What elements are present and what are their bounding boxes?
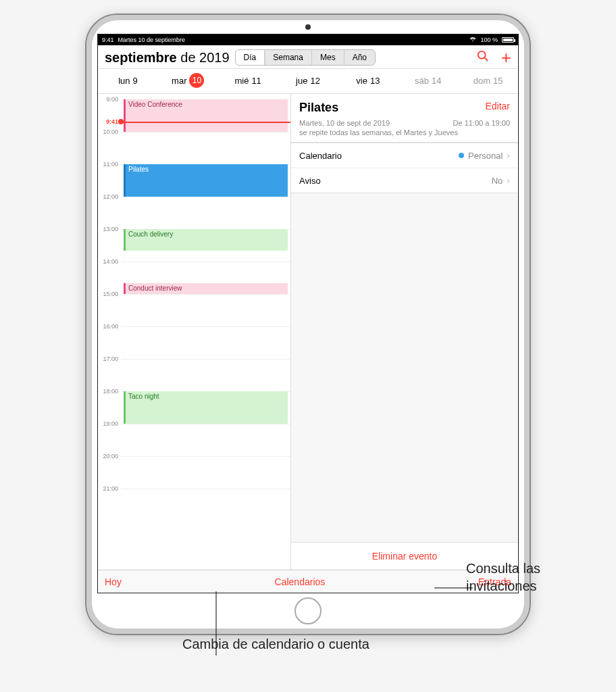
add-event-icon[interactable]: + xyxy=(501,51,511,64)
week-day-strip: lun9mar10mié11jue12vie13sáb14dom15 xyxy=(98,69,518,94)
ipad-device-frame: 9:41 Martes 10 de septiembre 100 % septi… xyxy=(85,14,531,635)
hour-line-12 xyxy=(121,197,290,197)
hour-label-10: 10:00 xyxy=(98,128,118,135)
hour-label-15: 15:00 xyxy=(98,291,118,297)
event-repeat: se repite todas las semanas, el Martes y… xyxy=(299,128,510,137)
day-dom-15[interactable]: dom15 xyxy=(458,73,518,88)
callout-inbox: Consulta las invitaciones xyxy=(466,560,608,595)
day-mié-11[interactable]: mié11 xyxy=(218,73,278,88)
hour-line-19 xyxy=(121,424,290,424)
hour-label-11: 11:00 xyxy=(98,161,118,168)
status-battery: 100 % xyxy=(480,36,498,43)
day-jue-12[interactable]: jue12 xyxy=(278,73,338,88)
now-indicator-line xyxy=(121,122,290,123)
hour-label-16: 16:00 xyxy=(98,323,118,330)
hour-line-14 xyxy=(121,262,290,262)
calendars-button[interactable]: Calendarios xyxy=(275,576,326,587)
segment-año[interactable]: Año xyxy=(344,50,375,65)
event-couch-delivery[interactable]: Couch delivery xyxy=(124,229,288,251)
day-sáb-14[interactable]: sáb14 xyxy=(398,73,458,88)
calendar-row[interactable]: Calendario Personal › xyxy=(291,143,518,168)
day-vie-13[interactable]: vie13 xyxy=(338,73,398,88)
search-icon[interactable] xyxy=(477,50,489,66)
now-indicator-dot xyxy=(118,119,124,124)
calendar-row-label: Calendario xyxy=(299,151,342,161)
event-detail-rows: Calendario Personal › Aviso No › xyxy=(291,143,518,193)
calendar-row-value: Personal xyxy=(468,151,503,161)
hour-label-12: 12:00 xyxy=(98,193,118,200)
event-date: Martes, 10 de sept de 2019 xyxy=(299,119,390,127)
hour-line-15 xyxy=(121,294,290,295)
device-camera xyxy=(305,24,311,30)
alert-row[interactable]: Aviso No › xyxy=(291,168,518,193)
svg-line-1 xyxy=(485,57,488,61)
hour-label-18: 18:00 xyxy=(98,388,118,395)
status-time: 9:41 xyxy=(102,36,114,43)
day-mar-10[interactable]: mar10 xyxy=(158,73,218,88)
segment-mes[interactable]: Mes xyxy=(312,50,344,65)
event-video-conference[interactable]: Video Conference xyxy=(124,99,288,132)
event-conduct-interview[interactable]: Conduct interview xyxy=(124,283,288,294)
hour-label-9: 9:00 xyxy=(98,96,118,103)
home-button[interactable] xyxy=(294,597,322,624)
edit-button[interactable]: Editar xyxy=(485,101,510,112)
battery-icon xyxy=(502,37,514,43)
day-timeline[interactable]: 9:0010:0011:0012:0013:0014:0015:0016:001… xyxy=(98,94,291,570)
chevron-right-icon: › xyxy=(507,150,510,161)
now-indicator-label: 9:41 xyxy=(98,118,118,125)
segment-día[interactable]: Día xyxy=(236,50,265,65)
month-title: septiembre de 2019 xyxy=(105,50,230,66)
bottom-toolbar: Hoy Calendarios Entrada xyxy=(98,570,518,593)
svg-point-0 xyxy=(478,51,486,58)
event-detail-header: Pilates Editar Martes, 10 de sept de 201… xyxy=(291,94,518,143)
hour-label-14: 14:00 xyxy=(98,258,118,265)
main-content: 9:0010:0011:0012:0013:0014:0015:0016:001… xyxy=(98,94,518,570)
hour-label-13: 13:00 xyxy=(98,226,118,232)
event-detail-pane: Pilates Editar Martes, 10 de sept de 201… xyxy=(291,94,518,570)
callout-calendars: Cambia de calendario o cuenta xyxy=(182,635,453,649)
hour-label-20: 20:00 xyxy=(98,453,118,460)
hour-line-16 xyxy=(121,326,290,327)
hour-line-17 xyxy=(121,359,290,360)
status-bar: 9:41 Martes 10 de septiembre 100 % xyxy=(98,34,518,45)
hour-line-20 xyxy=(121,456,290,457)
segment-semana[interactable]: Semana xyxy=(265,50,312,65)
screen: 9:41 Martes 10 de septiembre 100 % septi… xyxy=(97,34,519,593)
day-lun-9[interactable]: lun9 xyxy=(98,73,158,88)
alert-row-label: Aviso xyxy=(299,176,321,186)
wifi-icon xyxy=(469,36,476,43)
today-button[interactable]: Hoy xyxy=(105,576,122,587)
chevron-right-icon: › xyxy=(507,175,510,186)
alert-row-value: No xyxy=(492,176,503,186)
event-time: De 11:00 a 19:00 xyxy=(453,119,510,127)
hour-label-19: 19:00 xyxy=(98,420,118,427)
hour-line-21 xyxy=(121,489,290,489)
view-segmented-control[interactable]: DíaSemanaMesAño xyxy=(235,49,376,66)
event-title: Pilates xyxy=(299,101,338,115)
today-badge: 10 xyxy=(189,73,204,88)
hour-line-10 xyxy=(121,132,290,132)
hour-label-17: 17:00 xyxy=(98,355,118,362)
calendar-header: septiembre de 2019 DíaSemanaMesAño + xyxy=(98,45,518,69)
event-pilates[interactable]: Pilates xyxy=(124,164,288,197)
hour-label-21: 21:00 xyxy=(98,485,118,492)
calendar-color-dot xyxy=(459,153,464,158)
event-taco-night[interactable]: Taco night xyxy=(124,391,288,424)
status-date: Martes 10 de septiembre xyxy=(118,36,186,43)
